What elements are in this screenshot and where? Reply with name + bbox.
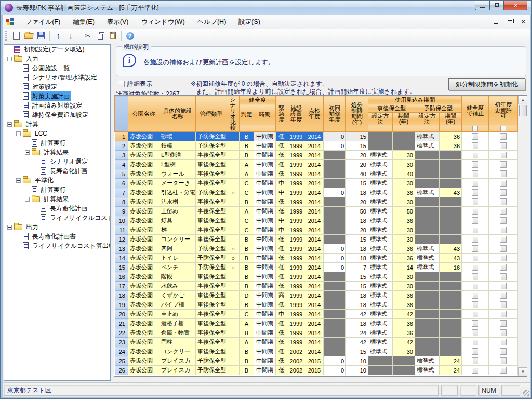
- row-number[interactable]: 26: [115, 366, 128, 375]
- cell-prev-method[interactable]: 標準式: [415, 188, 440, 197]
- row-checkbox[interactable]: [500, 273, 507, 280]
- tree-item-16[interactable]: 計算結果: [4, 194, 110, 204]
- cell-disposal-period[interactable]: 15: [346, 272, 368, 282]
- cell-period[interactable]: 中間期: [254, 141, 276, 151]
- cell-mgmt-type[interactable]: 事後保全型: [196, 347, 227, 356]
- cell-urgency[interactable]: 低: [276, 160, 287, 169]
- cell-health-adjust[interactable]: [462, 216, 489, 225]
- cell-post-years[interactable]: 42: [393, 338, 415, 347]
- scroll-down-button[interactable]: ▼: [518, 367, 527, 376]
- row-checkbox[interactable]: [472, 227, 478, 233]
- tree-item-17[interactable]: 長寿命化計画: [4, 204, 110, 213]
- cell-first-repair[interactable]: 0: [324, 263, 346, 272]
- row-checkbox[interactable]: [472, 142, 478, 149]
- cell-first-year-renew[interactable]: [489, 141, 518, 151]
- cell-urgency[interactable]: 低: [276, 300, 287, 310]
- cell-urgency[interactable]: 低: [276, 319, 287, 328]
- cell-post-years[interactable]: 36: [393, 244, 415, 254]
- cell-post-years[interactable]: 30: [393, 160, 415, 169]
- row-number[interactable]: 19: [115, 300, 128, 310]
- cell-first-repair[interactable]: 0: [324, 141, 346, 151]
- cell-park[interactable]: 赤坂公園: [128, 366, 159, 375]
- cell-post-years[interactable]: 36: [393, 216, 415, 225]
- row-number[interactable]: 23: [115, 338, 128, 347]
- cell-health-adjust[interactable]: [462, 188, 489, 197]
- cell-judge[interactable]: D: [240, 291, 254, 300]
- cell-park[interactable]: 赤坂公園: [128, 356, 159, 366]
- cell-urgency[interactable]: 低: [276, 328, 287, 338]
- row-checkbox[interactable]: [500, 245, 507, 252]
- cell-scenario-compare[interactable]: ○: [227, 188, 240, 197]
- cell-post-method[interactable]: 標準式: [368, 216, 393, 225]
- save-button[interactable]: [35, 30, 47, 42]
- tree-item-5[interactable]: 対策実施計画: [4, 91, 110, 101]
- row-checkbox[interactable]: [500, 180, 507, 187]
- cell-mgmt-type[interactable]: 予防保全型: [196, 188, 227, 197]
- row-checkbox[interactable]: [472, 208, 478, 215]
- row-checkbox[interactable]: [500, 255, 507, 261]
- cell-park[interactable]: 赤坂公園: [128, 300, 159, 310]
- cell-post-years[interactable]: 40: [393, 169, 415, 179]
- cell-post-method[interactable]: 標準式: [368, 169, 393, 179]
- row-checkbox[interactable]: [500, 264, 507, 271]
- cell-period[interactable]: 中間期: [254, 338, 276, 347]
- row-number[interactable]: 15: [115, 263, 128, 272]
- tree-expander-icon[interactable]: [16, 178, 21, 183]
- cell-disposal-period[interactable]: 18: [346, 300, 368, 310]
- cell-post-method[interactable]: 標準式: [368, 207, 393, 216]
- cell-period[interactable]: 中間期: [254, 254, 276, 263]
- cell-period[interactable]: 中間期: [254, 263, 276, 272]
- cell-built-year[interactable]: 1999: [287, 235, 305, 244]
- cell-urgency[interactable]: 中: [276, 310, 287, 319]
- cell-built-year[interactable]: 1999: [287, 338, 305, 347]
- cell-disposal-period[interactable]: 18: [346, 319, 368, 328]
- cell-post-method[interactable]: 標準式: [368, 347, 393, 356]
- cell-built-year[interactable]: 1999: [287, 282, 305, 291]
- cell-first-year-renew[interactable]: [489, 310, 518, 319]
- cell-disposal-period[interactable]: 7: [346, 263, 368, 272]
- cell-mgmt-type[interactable]: 事後保全型: [196, 160, 227, 169]
- cell-prev-method[interactable]: 標準式: [415, 244, 440, 254]
- cell-post-years[interactable]: 30: [393, 347, 415, 356]
- row-checkbox[interactable]: [472, 357, 478, 364]
- mdi-restore-button[interactable]: [506, 18, 514, 25]
- cell-built-year[interactable]: 1999: [287, 300, 305, 310]
- cell-health-adjust[interactable]: [462, 179, 489, 188]
- cell-facility[interactable]: 倉庫・物置: [159, 328, 196, 338]
- cell-period[interactable]: 中間期: [254, 160, 276, 169]
- cell-inspect-year[interactable]: 2014: [305, 282, 324, 291]
- cell-period[interactable]: 中間期: [254, 235, 276, 244]
- cell-health-adjust[interactable]: [462, 291, 489, 300]
- cell-first-year-renew[interactable]: [489, 263, 518, 272]
- tree-item-8[interactable]: 計算: [4, 119, 110, 129]
- tree-expander-icon[interactable]: [25, 197, 30, 202]
- tree-expander-icon[interactable]: [25, 150, 30, 155]
- tree-item-9[interactable]: LCC: [4, 129, 110, 138]
- scroll-up-button[interactable]: ▲: [518, 96, 527, 104]
- cell-post-years[interactable]: 36: [393, 328, 415, 338]
- mdi-close-button[interactable]: ✕: [519, 18, 527, 25]
- row-number[interactable]: 20: [115, 310, 128, 319]
- row-number[interactable]: 1: [115, 132, 128, 141]
- cell-park[interactable]: 赤坂公園: [128, 347, 159, 356]
- row-checkbox[interactable]: [500, 217, 507, 224]
- cell-mgmt-type[interactable]: 予防保全型: [196, 356, 227, 366]
- cell-period[interactable]: 中間期: [254, 310, 276, 319]
- cell-first-repair[interactable]: 0: [324, 366, 346, 375]
- cell-park[interactable]: 赤坂公園: [128, 207, 159, 216]
- row-checkbox[interactable]: [500, 236, 507, 243]
- cell-post-method[interactable]: 標準式: [368, 310, 393, 319]
- cell-health-adjust[interactable]: [462, 328, 489, 338]
- row-checkbox[interactable]: [500, 329, 507, 336]
- cell-facility[interactable]: くずかご: [159, 291, 196, 300]
- row-checkbox[interactable]: [472, 348, 478, 355]
- cell-scenario-compare[interactable]: [227, 151, 240, 160]
- row-checkbox[interactable]: [500, 301, 507, 308]
- tree-item-19[interactable]: 出力: [4, 222, 110, 232]
- cell-park[interactable]: 赤坂公園: [128, 338, 159, 347]
- cell-park[interactable]: 赤坂公園: [128, 263, 159, 272]
- cell-disposal-period[interactable]: 15: [346, 132, 368, 141]
- cell-prev-years[interactable]: 43: [440, 244, 462, 254]
- cell-period[interactable]: 中間期: [254, 244, 276, 254]
- cell-post-method[interactable]: 標準式: [368, 300, 393, 310]
